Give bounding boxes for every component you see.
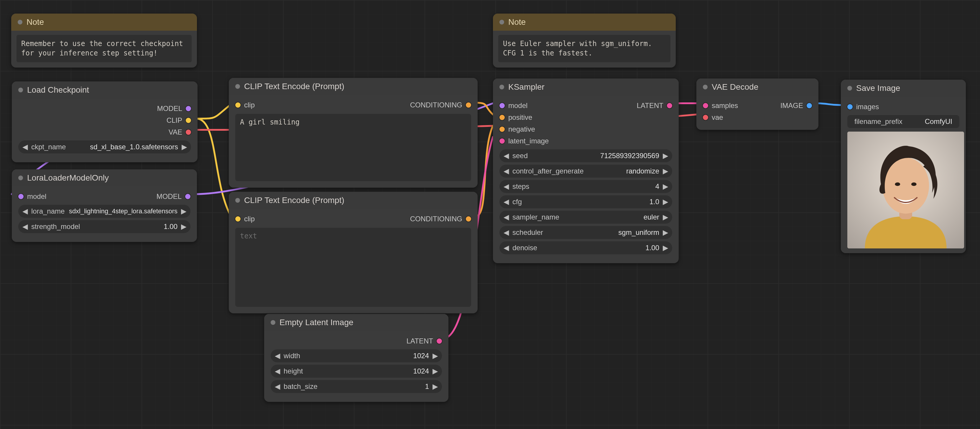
- port-dot-latent[interactable]: [500, 139, 505, 144]
- chevron-right-icon[interactable]: ▶: [662, 182, 669, 191]
- port-model-in[interactable]: model: [18, 191, 46, 203]
- note-2-title[interactable]: Note: [493, 14, 676, 31]
- vae-decode-node[interactable]: VAE Decode samples vae IMAGE: [696, 78, 818, 130]
- port-dot-latent[interactable]: [437, 338, 442, 344]
- port-dot-vae[interactable]: [703, 115, 708, 120]
- port-model-out[interactable]: MODEL: [157, 191, 191, 203]
- filename-prefix-widget[interactable]: filename_prefix ComfyUI: [847, 115, 959, 128]
- vae-decode-title[interactable]: VAE Decode: [696, 78, 818, 96]
- port-latent-out[interactable]: LATENT: [637, 100, 672, 112]
- port-clip-in[interactable]: clip: [235, 99, 255, 111]
- chevron-left-icon[interactable]: ◀: [503, 182, 510, 191]
- port-dot-conditioning[interactable]: [466, 216, 471, 222]
- port-conditioning-out[interactable]: CONDITIONING: [410, 213, 471, 225]
- port-dot-latent[interactable]: [703, 103, 708, 108]
- height-widget[interactable]: ◀ height 1024 ▶: [270, 365, 442, 378]
- port-negative-in[interactable]: negative: [500, 123, 549, 135]
- chevron-left-icon[interactable]: ◀: [503, 198, 510, 206]
- port-clip-in[interactable]: clip: [235, 213, 255, 225]
- port-images-in[interactable]: images: [847, 101, 959, 113]
- port-samples-in[interactable]: samples: [703, 100, 738, 112]
- port-image-out[interactable]: IMAGE: [780, 100, 812, 112]
- denoise-widget[interactable]: ◀ denoise 1.00 ▶: [500, 241, 672, 254]
- chevron-left-icon[interactable]: ◀: [274, 367, 281, 375]
- chevron-right-icon[interactable]: ▶: [180, 222, 188, 231]
- chevron-right-icon[interactable]: ▶: [180, 143, 188, 151]
- port-dot-conditioning[interactable]: [500, 127, 505, 132]
- note-1[interactable]: Note Remember to use the correct checkpo…: [11, 14, 197, 67]
- note-1-title[interactable]: Note: [11, 14, 197, 31]
- seed-widget[interactable]: ◀ seed 712589392390569 ▶: [500, 149, 672, 162]
- port-dot-model[interactable]: [18, 194, 24, 199]
- cfg-widget[interactable]: ◀ cfg 1.0 ▶: [500, 195, 672, 208]
- scheduler-widget[interactable]: ◀ scheduler sgm_uniform ▶: [500, 226, 672, 239]
- load-checkpoint-node[interactable]: Load Checkpoint MODEL CLIP VAE ◀ ckpt_na…: [12, 81, 197, 162]
- port-latent-image-in[interactable]: latent_image: [500, 135, 549, 147]
- port-dot-clip[interactable]: [235, 216, 240, 222]
- port-clip-out[interactable]: CLIP: [18, 115, 191, 126]
- ckpt-name-widget[interactable]: ◀ ckpt_name sd_xl_base_1.0.safetensors ▶: [18, 140, 191, 153]
- chevron-right-icon[interactable]: ▶: [662, 152, 669, 160]
- port-dot-model[interactable]: [500, 103, 505, 108]
- chevron-right-icon[interactable]: ▶: [662, 228, 669, 237]
- chevron-right-icon[interactable]: ▶: [662, 213, 669, 221]
- port-dot-vae[interactable]: [186, 129, 191, 135]
- strength-model-widget[interactable]: ◀ strength_model 1.00 ▶: [18, 220, 191, 233]
- port-dot-conditioning[interactable]: [500, 115, 505, 120]
- port-dot-model[interactable]: [185, 194, 191, 199]
- control-after-generate-widget[interactable]: ◀ control_after_generate randomize ▶: [500, 165, 672, 178]
- sampler-name-widget[interactable]: ◀ sampler_name euler ▶: [500, 211, 672, 224]
- ksampler-title[interactable]: KSampler: [493, 78, 679, 96]
- steps-widget[interactable]: ◀ steps 4 ▶: [500, 180, 672, 193]
- ksampler-node[interactable]: KSampler model positive negative la: [493, 78, 679, 263]
- chevron-left-icon[interactable]: ◀: [21, 143, 29, 151]
- lora-name-widget[interactable]: ◀ lora_name sdxl_lightning_4step_lora.sa…: [18, 205, 191, 218]
- output-image-preview[interactable]: [847, 132, 964, 249]
- chevron-left-icon[interactable]: ◀: [274, 352, 281, 360]
- port-vae-in[interactable]: vae: [703, 112, 738, 123]
- port-model-in[interactable]: model: [500, 100, 549, 112]
- port-dot-model[interactable]: [186, 106, 191, 111]
- clip-negative-node[interactable]: CLIP Text Encode (Prompt) clip CONDITION…: [229, 192, 477, 313]
- save-image-title[interactable]: Save Image: [841, 80, 966, 97]
- port-dot-image[interactable]: [807, 103, 812, 108]
- port-dot-latent[interactable]: [667, 103, 672, 108]
- port-positive-in[interactable]: positive: [500, 112, 549, 123]
- note-2-body[interactable]: Use Euler sampler with sgm_uniform. CFG …: [498, 35, 670, 62]
- port-dot-clip[interactable]: [235, 102, 240, 108]
- chevron-right-icon[interactable]: ▶: [431, 352, 439, 360]
- chevron-left-icon[interactable]: ◀: [21, 207, 29, 215]
- positive-prompt-input[interactable]: A girl smiling: [235, 114, 471, 181]
- note-2[interactable]: Note Use Euler sampler with sgm_uniform.…: [493, 14, 676, 67]
- chevron-left-icon[interactable]: ◀: [21, 222, 29, 231]
- chevron-right-icon[interactable]: ▶: [431, 367, 439, 375]
- port-dot-image[interactable]: [847, 104, 853, 110]
- clip-positive-node[interactable]: CLIP Text Encode (Prompt) clip CONDITION…: [229, 78, 477, 188]
- port-latent-out[interactable]: LATENT: [270, 335, 442, 347]
- clip-positive-title[interactable]: CLIP Text Encode (Prompt): [229, 78, 477, 95]
- chevron-left-icon[interactable]: ◀: [274, 383, 281, 391]
- load-checkpoint-title[interactable]: Load Checkpoint: [12, 81, 197, 99]
- clip-negative-title[interactable]: CLIP Text Encode (Prompt): [229, 192, 477, 209]
- port-dot-clip[interactable]: [186, 118, 191, 123]
- chevron-left-icon[interactable]: ◀: [503, 167, 510, 175]
- width-widget[interactable]: ◀ width 1024 ▶: [270, 349, 442, 362]
- chevron-left-icon[interactable]: ◀: [503, 213, 510, 221]
- batch-size-widget[interactable]: ◀ batch_size 1 ▶: [270, 380, 442, 393]
- port-dot-conditioning[interactable]: [466, 102, 471, 108]
- port-conditioning-out[interactable]: CONDITIONING: [410, 99, 471, 111]
- lora-loader-title[interactable]: LoraLoaderModelOnly: [12, 169, 197, 187]
- node-canvas[interactable]: Note Remember to use the correct checkpo…: [0, 0, 980, 429]
- chevron-right-icon[interactable]: ▶: [431, 383, 439, 391]
- empty-latent-title[interactable]: Empty Latent Image: [264, 314, 449, 331]
- save-image-node[interactable]: Save Image images filename_prefix ComfyU…: [841, 80, 966, 253]
- chevron-right-icon[interactable]: ▶: [662, 244, 669, 252]
- chevron-left-icon[interactable]: ◀: [503, 152, 510, 160]
- chevron-right-icon[interactable]: ▶: [662, 198, 669, 206]
- negative-prompt-input[interactable]: text: [235, 228, 471, 307]
- port-vae-out[interactable]: VAE: [18, 126, 191, 138]
- chevron-right-icon[interactable]: ▶: [662, 167, 669, 175]
- lora-loader-node[interactable]: LoraLoaderModelOnly model MODEL ◀ lora_n…: [12, 169, 197, 242]
- empty-latent-node[interactable]: Empty Latent Image LATENT ◀ width 1024 ▶…: [264, 314, 449, 402]
- note-1-body[interactable]: Remember to use the correct checkpoint f…: [16, 35, 192, 62]
